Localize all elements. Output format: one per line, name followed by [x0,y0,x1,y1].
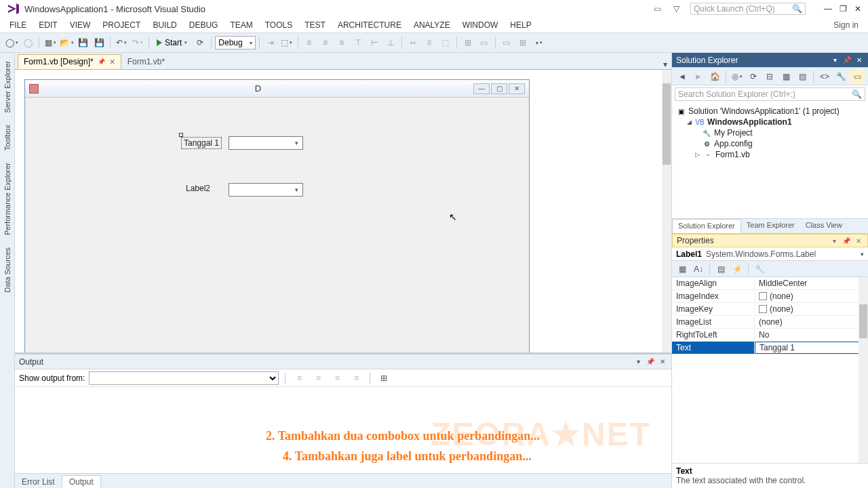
tab-error-list[interactable]: Error List [15,476,62,488]
align-top-button[interactable]: ⊤ [351,35,366,50]
panel-dropdown-icon[interactable]: ▾ [830,56,840,65]
minimize-button[interactable]: — [823,4,833,14]
goto-prev-button[interactable]: ≡ [292,371,307,386]
menu-file[interactable]: FILE [4,19,32,31]
close-icon[interactable]: ✕ [854,56,864,65]
refresh-icon[interactable]: ⟳ [746,69,761,84]
close-icon[interactable]: ✕ [658,357,667,367]
undo-button[interactable]: ↶ [114,35,129,50]
vspace-button[interactable]: ⇳ [422,35,437,50]
properties-grid[interactable]: ImageAlign MiddleCenter ImageIndex (none… [672,277,868,463]
pin-icon[interactable]: 📌 [646,357,655,367]
sign-in-link[interactable]: Sign in [828,19,864,31]
restore-button[interactable]: ❐ [838,4,848,14]
label1-control[interactable]: Tanggal 1 [181,137,222,149]
feedback-icon[interactable]: ▽ [671,4,681,14]
tab-team-explorer[interactable]: Team Explorer [741,219,800,233]
tree-item-form1[interactable]: ▷ ▫ Form1.vb [676,149,864,160]
view-designer-icon[interactable]: ▭ [850,69,865,84]
prop-text-value[interactable]: Tanggal 1 [760,343,795,352]
tab-order-button[interactable]: ⊞ [460,35,475,50]
prop-row-imagelist[interactable]: ImageList (none) [672,316,868,329]
properties-icon[interactable]: 🔧 [833,69,848,84]
find-button[interactable]: ⊞ [376,371,391,386]
rail-data-sources[interactable]: Data Sources [3,245,12,296]
menu-team[interactable]: TEAM [224,19,258,31]
align-right-button[interactable]: ≡ [334,35,349,50]
menu-architecture[interactable]: ARCHITECTURE [332,19,407,31]
view-code-icon[interactable]: <> [817,69,832,84]
pin-icon[interactable]: 📌 [842,56,852,65]
form-client-area[interactable]: Tanggal 1 ▾ Label2 ▾ ↖ [25,98,529,352]
preview-icon[interactable]: ▤ [795,69,810,84]
prop-row-imagealign[interactable]: ImageAlign MiddleCenter [672,277,868,290]
form-window[interactable]: D — ▢ ✕ Tanggal 1 ▾ Label2 ▾ ↖ [24,79,530,352]
bring-front-button[interactable]: ▭ [477,35,492,50]
scrollbar-thumb[interactable] [859,304,867,338]
combobox2-control[interactable]: ▾ [229,183,303,197]
output-source-select[interactable] [89,371,279,385]
scrollbar-vertical[interactable] [662,70,671,352]
quick-launch-input[interactable]: Quick Launch (Ctrl+Q) 🔍 [690,3,806,15]
size-button[interactable]: ⬚ [438,35,453,50]
send-back-button[interactable]: ▭ [499,35,514,50]
pin-icon[interactable]: 📌 [98,58,105,65]
hspace-button[interactable]: ⇿ [406,35,420,50]
close-tab-icon[interactable]: ✕ [109,58,115,66]
collapse-icon[interactable]: ⊟ [762,69,777,84]
start-button[interactable]: Start ▾ [153,35,191,50]
menu-help[interactable]: HELP [505,19,536,31]
prop-row-imagekey[interactable]: ImageKey (none) [672,303,868,316]
forward-icon[interactable]: ► [691,69,706,84]
scrollbar-thumb[interactable] [663,83,671,165]
align-bottom-button[interactable]: ⊥ [383,35,398,50]
rail-toolbox[interactable]: Toolbox [3,122,12,153]
prop-pages-icon[interactable]: 🔧 [752,262,767,277]
tab-class-view[interactable]: Class View [800,219,848,233]
menu-debug[interactable]: DEBUG [184,19,224,31]
menu-view[interactable]: VIEW [64,19,96,31]
back-icon[interactable]: ◄ [675,69,690,84]
properties-page-icon[interactable]: ▤ [713,262,728,277]
doctab-form-code[interactable]: Form1.vb* [121,54,171,69]
scrollbar-vertical[interactable] [859,277,868,463]
rail-perf-explorer[interactable]: Performance Explorer [3,160,12,238]
browser-link-button[interactable]: ⟳ [193,35,208,50]
close-button[interactable]: ✕ [853,4,863,14]
menu-build[interactable]: BUILD [147,19,182,31]
show-all-icon[interactable]: ▦ [778,69,793,84]
menu-tools[interactable]: TOOLS [260,19,298,31]
events-icon[interactable]: ⚡ [730,262,745,277]
notifications-icon[interactable]: ▭ [652,4,662,14]
home-icon[interactable]: 🏠 [707,69,722,84]
doctab-form-design[interactable]: Form1.vb [Design]* 📌 ✕ [18,54,121,69]
config-select[interactable]: Debug ▾ [215,36,255,49]
menu-window[interactable]: WINDOW [457,19,504,31]
panel-dropdown-icon[interactable]: ▾ [829,236,839,245]
align-middle-button[interactable]: ⊢ [367,35,382,50]
nav-back-button[interactable]: ◯ [4,35,19,50]
scope-icon[interactable]: ◎ [730,69,745,84]
pin-icon[interactable]: 📌 [842,236,851,245]
tree-solution-node[interactable]: ▣ Solution 'WindowsApplication1' (1 proj… [676,106,864,117]
close-icon[interactable]: ✕ [854,236,863,245]
collapse-icon[interactable]: ◢ [686,119,692,125]
menu-test[interactable]: TEST [299,19,331,31]
menu-project[interactable]: PROJECT [97,19,146,31]
properties-object-select[interactable]: Label1 System.Windows.Forms.Label ▾ [672,247,868,261]
redo-button[interactable]: ↷ [130,35,145,50]
categorized-icon[interactable]: ▦ [675,262,690,277]
goto-next-button[interactable]: ≡ [311,371,326,386]
menu-analyze[interactable]: ANALYZE [408,19,456,31]
nav-fwd-button[interactable]: ◯ [20,35,35,50]
solution-search-input[interactable]: Search Solution Explorer (Ctrl+;) 🔍 [675,87,865,101]
step-over-button[interactable]: ⬚ [279,35,294,50]
open-file-button[interactable]: 📂 [59,35,74,50]
toggle-wrap-button[interactable]: ≡ [349,371,363,386]
tab-output[interactable]: Output [62,475,101,488]
clear-button[interactable]: ≡ [330,371,344,386]
form-designer-surface[interactable]: D — ▢ ✕ Tanggal 1 ▾ Label2 ▾ ↖ [15,69,671,352]
save-all-button[interactable]: 💾 [92,35,106,50]
tree-project-node[interactable]: ◢ VB WindowsApplication1 [676,117,864,127]
menu-edit[interactable]: EDIT [33,19,62,31]
